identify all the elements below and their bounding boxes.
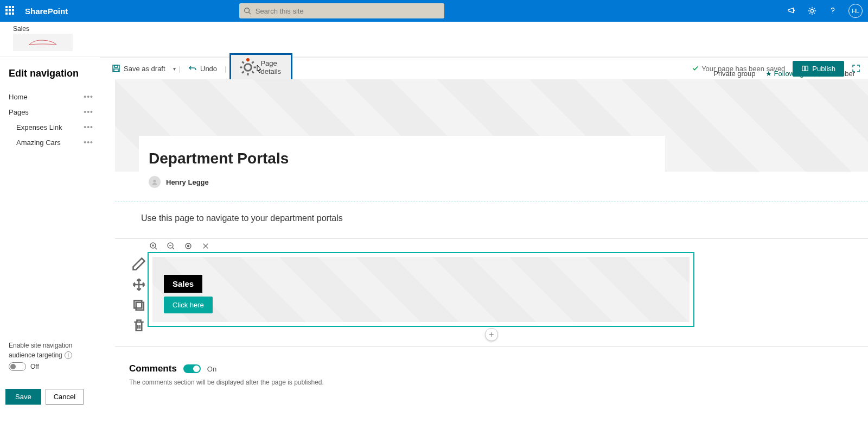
close-icon[interactable] bbox=[200, 240, 212, 252]
hero-image bbox=[152, 257, 690, 322]
focal-point-icon[interactable] bbox=[182, 240, 194, 252]
svg-rect-5 bbox=[114, 65, 118, 67]
app-launcher-icon[interactable] bbox=[5, 6, 15, 16]
description-text[interactable]: Use this page to navigate to your depart… bbox=[141, 213, 868, 223]
expand-icon[interactable] bbox=[852, 64, 860, 73]
nav-item-pages[interactable]: Pages••• bbox=[9, 104, 94, 119]
car-logo-icon bbox=[16, 37, 70, 48]
page-title[interactable]: Department Portals bbox=[149, 150, 655, 167]
more-icon[interactable]: ••• bbox=[84, 92, 93, 101]
comments-title: Comments bbox=[129, 363, 177, 374]
duplicate-webpart-icon[interactable] bbox=[131, 298, 146, 313]
zoom-out-icon[interactable] bbox=[165, 240, 177, 252]
comments-state: On bbox=[207, 365, 216, 373]
saved-status: Your page has been saved bbox=[692, 65, 785, 73]
chevron-down-icon[interactable]: ▾ bbox=[173, 66, 176, 72]
comments-note: The comments section will be displayed a… bbox=[129, 379, 868, 386]
hero-webpart[interactable]: Sales Click here bbox=[148, 252, 694, 327]
svg-rect-15 bbox=[136, 303, 144, 310]
audience-toggle[interactable] bbox=[9, 362, 26, 371]
title-area[interactable]: Department Portals Henry Legge bbox=[139, 136, 665, 194]
save-draft-button[interactable]: Save as draft bbox=[107, 62, 170, 75]
webpart-toolbar-left bbox=[131, 250, 146, 333]
add-webpart-button[interactable]: + bbox=[485, 328, 498, 341]
zoom-in-icon[interactable] bbox=[148, 240, 159, 252]
content-area: Save as draft ▾ | Undo | Page details Yo… bbox=[100, 57, 868, 415]
author-row: Henry Legge bbox=[149, 176, 655, 188]
undo-icon bbox=[188, 64, 197, 73]
svg-point-7 bbox=[245, 64, 252, 71]
svg-rect-6 bbox=[114, 69, 118, 72]
page-canvas: Department Portals Henry Legge + Use thi… bbox=[115, 79, 868, 415]
hero-tile-label: Sales bbox=[164, 275, 202, 293]
site-header: Sales bbox=[0, 22, 868, 57]
svg-point-0 bbox=[245, 8, 250, 13]
user-avatar[interactable]: HL bbox=[848, 4, 863, 18]
search-icon bbox=[244, 7, 251, 15]
nav-cancel-button[interactable]: Cancel bbox=[46, 389, 84, 405]
left-nav: Edit navigation Home••• Pages••• Expense… bbox=[0, 57, 100, 415]
undo-button[interactable]: Undo bbox=[184, 62, 221, 75]
nav-save-button[interactable]: Save bbox=[5, 389, 41, 405]
suite-bar: SharePoint HL bbox=[0, 0, 868, 22]
nav-item-amazing-cars[interactable]: Amazing Cars••• bbox=[9, 135, 94, 150]
search-box[interactable] bbox=[239, 3, 444, 18]
comments-header: Comments On bbox=[129, 363, 868, 374]
edit-webpart-icon[interactable] bbox=[131, 256, 146, 272]
megaphone-icon[interactable] bbox=[787, 6, 796, 16]
author-name: Henry Legge bbox=[166, 178, 209, 186]
svg-rect-14 bbox=[134, 300, 142, 308]
check-icon bbox=[692, 65, 699, 72]
svg-line-1 bbox=[248, 12, 251, 15]
cursor-pointer-icon bbox=[255, 65, 263, 74]
more-icon[interactable]: ••• bbox=[84, 108, 93, 116]
nav-item-expenses[interactable]: Expenses Link••• bbox=[9, 119, 94, 135]
svg-point-10 bbox=[153, 180, 156, 182]
author-avatar-icon bbox=[149, 176, 161, 188]
site-name: Sales bbox=[13, 25, 868, 33]
svg-point-24 bbox=[188, 245, 189, 247]
toggle-off-label: Off bbox=[30, 363, 39, 370]
audience-targeting-setting: Enable site navigation audience targetin… bbox=[9, 342, 72, 371]
comments-toggle[interactable] bbox=[183, 364, 201, 373]
left-nav-title: Edit navigation bbox=[9, 68, 94, 79]
more-icon[interactable]: ••• bbox=[84, 123, 93, 131]
nav-item-home[interactable]: Home••• bbox=[9, 89, 94, 104]
command-bar: Save as draft ▾ | Undo | Page details Yo… bbox=[100, 58, 868, 79]
svg-line-17 bbox=[155, 248, 157, 249]
site-logo[interactable] bbox=[13, 34, 73, 51]
svg-point-2 bbox=[810, 9, 813, 12]
more-icon[interactable]: ••• bbox=[84, 138, 93, 147]
section-divider bbox=[115, 201, 868, 201]
save-icon bbox=[112, 64, 120, 73]
svg-line-21 bbox=[173, 248, 174, 249]
search-input[interactable] bbox=[256, 7, 440, 15]
hero-tile-button[interactable]: Click here bbox=[164, 297, 213, 313]
help-icon[interactable] bbox=[828, 6, 838, 16]
move-webpart-icon[interactable] bbox=[131, 277, 146, 292]
publish-icon bbox=[801, 65, 809, 72]
publish-button[interactable]: Publish bbox=[793, 61, 844, 77]
webpart-toolbar-top bbox=[148, 240, 212, 252]
settings-icon[interactable] bbox=[807, 6, 817, 16]
svg-rect-8 bbox=[802, 66, 805, 71]
svg-rect-9 bbox=[806, 66, 808, 71]
info-icon[interactable]: i bbox=[65, 351, 72, 359]
app-name: SharePoint bbox=[25, 7, 68, 16]
